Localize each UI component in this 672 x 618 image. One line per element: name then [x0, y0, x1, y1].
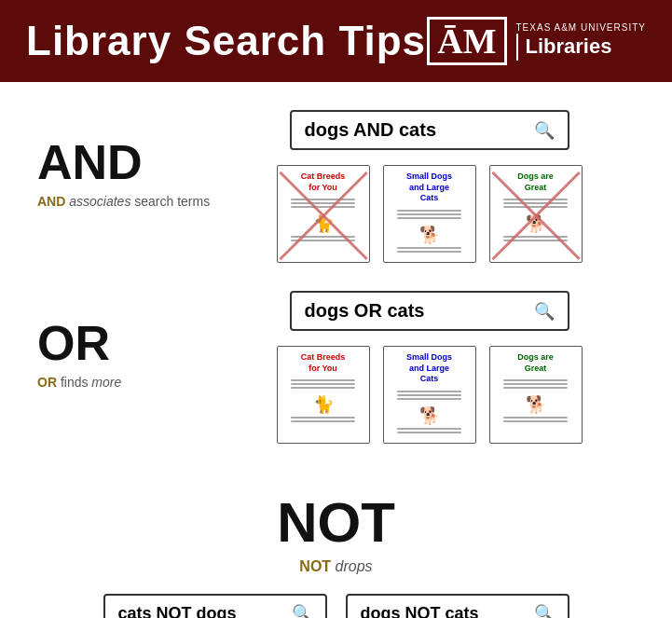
- and-doc-2-animal: 🐕: [419, 225, 440, 245]
- main-content: AND AND associates search terms dogs AND…: [0, 82, 672, 618]
- or-italic: more: [91, 375, 121, 390]
- not-search-icon-1: 🔍: [292, 603, 312, 618]
- and-docs-row: Cat Breedsfor You 🐈: [277, 165, 583, 263]
- and-visual: dogs AND cats 🔍 Cat Breedsfor You 🐈: [224, 110, 635, 263]
- or-doc-2-animal: 🐕: [419, 405, 440, 426]
- logo-emblem: ĀM: [427, 17, 506, 65]
- logo-text: TEXAS A&M UNIVERSITY Libraries: [516, 21, 646, 61]
- and-description: AND associates search terms: [37, 194, 224, 209]
- and-doc-2-title: Small Dogsand LargeCats: [406, 172, 452, 204]
- or-doc-3-animal: 🐕: [526, 394, 546, 415]
- or-keyword: OR: [37, 375, 57, 390]
- and-doc-3: Dogs areGreat 🐕: [489, 165, 583, 263]
- not-search-bar-1[interactable]: cats NOT dogs 🔍: [103, 594, 327, 618]
- or-visual: dogs OR cats 🔍 Cat Breedsfor You 🐈: [224, 291, 635, 444]
- not-italic: drops: [336, 558, 373, 574]
- or-operator: OR: [37, 319, 224, 367]
- or-section: OR OR finds more dogs OR cats 🔍 Cat Bree…: [37, 291, 635, 444]
- and-label-block: AND AND associates search terms: [37, 110, 224, 209]
- or-description: OR finds more: [37, 375, 224, 390]
- not-description: NOT drops: [37, 558, 635, 575]
- and-italic: associates: [69, 194, 130, 209]
- or-doc-2-title: Small Dogsand LargeCats: [406, 352, 452, 385]
- not-search-text-2: dogs NOT cats: [361, 604, 479, 618]
- not-search-bar-2[interactable]: dogs NOT cats 🔍: [346, 594, 569, 618]
- or-doc-2-lines: [397, 389, 461, 402]
- and-section: AND AND associates search terms dogs AND…: [37, 110, 635, 263]
- or-search-icon: 🔍: [534, 301, 555, 322]
- not-keyword: NOT: [299, 558, 331, 574]
- and-keyword: AND: [37, 194, 65, 209]
- university-logo: ĀM TEXAS A&M UNIVERSITY Libraries: [427, 17, 646, 65]
- not-search-text-1: cats NOT dogs: [118, 604, 237, 618]
- university-name: TEXAS A&M UNIVERSITY: [516, 21, 646, 34]
- or-doc-3-lines2: [503, 415, 568, 424]
- or-docs-row: Cat Breedsfor You 🐈: [277, 346, 583, 444]
- not-search-icon-2: 🔍: [534, 603, 555, 618]
- not-section: NOT NOT drops cats NOT dogs 🔍 dogs NOT c…: [37, 472, 635, 618]
- or-doc-1: Cat Breedsfor You 🐈: [277, 346, 370, 444]
- page-title: Library Search Tips: [26, 18, 426, 64]
- and-doc-2-lines2: [397, 245, 461, 254]
- and-doc-1-lines: [291, 197, 355, 210]
- not-operator: NOT: [37, 490, 635, 555]
- or-doc-2-lines2: [397, 426, 461, 435]
- or-search-text: dogs OR cats: [305, 300, 425, 322]
- or-doc-1-lines2: [291, 415, 355, 424]
- and-doc-2-lines: [397, 208, 461, 221]
- or-rest: finds: [61, 375, 91, 390]
- and-search-bar[interactable]: dogs AND cats 🔍: [290, 110, 569, 150]
- or-doc-3: Dogs areGreat 🐕: [489, 346, 583, 444]
- or-doc-1-animal: 🐈: [313, 394, 334, 415]
- and-doc-3-lines: [503, 197, 568, 210]
- and-doc-1: Cat Breedsfor You 🐈: [277, 165, 370, 263]
- not-search-row: cats NOT dogs 🔍 dogs NOT cats 🔍: [37, 594, 635, 618]
- or-doc-3-title: Dogs areGreat: [517, 352, 554, 374]
- and-search-text: dogs AND cats: [305, 119, 437, 141]
- or-doc-2: Small Dogsand LargeCats 🐕: [383, 346, 476, 444]
- libraries-label: Libraries: [516, 34, 646, 61]
- and-doc-2: Small Dogsand LargeCats 🐕: [383, 165, 476, 263]
- or-doc-1-title: Cat Breedsfor You: [301, 352, 346, 374]
- and-doc-1-title: Cat Breedsfor You: [301, 172, 346, 193]
- or-search-bar[interactable]: dogs OR cats 🔍: [290, 291, 569, 331]
- or-doc-3-lines: [503, 378, 568, 391]
- and-doc-3-title: Dogs areGreat: [517, 172, 554, 193]
- page-header: Library Search Tips ĀM TEXAS A&M UNIVERS…: [0, 0, 672, 82]
- or-doc-1-lines: [291, 378, 355, 391]
- or-label-block: OR OR finds more: [37, 291, 224, 390]
- and-search-icon: 🔍: [534, 120, 555, 141]
- and-operator: AND: [37, 138, 224, 186]
- and-rest: search terms: [134, 194, 210, 209]
